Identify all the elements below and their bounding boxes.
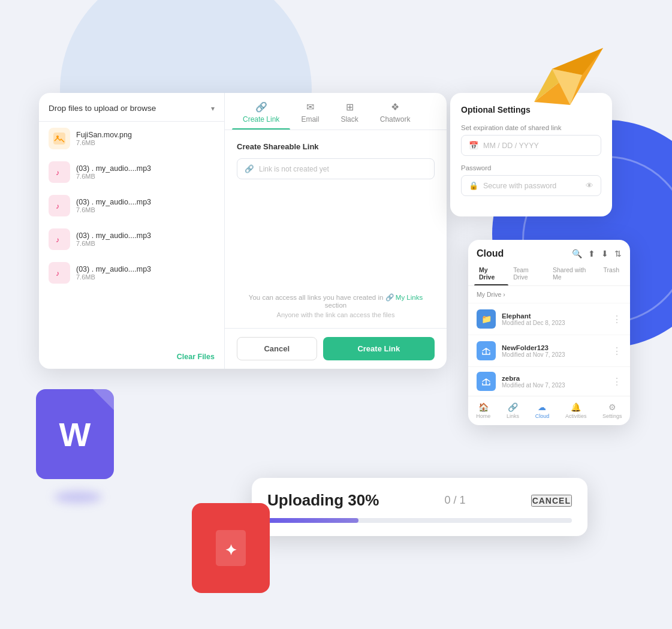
cancel-button[interactable]: Cancel <box>237 337 317 360</box>
shared-tab-label: Shared with Me <box>553 266 586 281</box>
file-icon-audio-2: ♪ <box>49 195 70 216</box>
file-size-2: 7.6MB <box>76 206 151 213</box>
drop-arrow-icon: ▾ <box>211 104 215 113</box>
pdf-doc-icon: ✦ <box>192 503 270 593</box>
tab-label-chatwork: Chatwork <box>380 115 411 124</box>
calendar-icon: 📅 <box>469 141 478 150</box>
file-name-0: FujiSan.mov.png <box>76 131 132 139</box>
cloud-nav-settings[interactable]: ⚙ Settings <box>602 402 622 419</box>
word-doc-icon: W <box>36 389 114 479</box>
cloud-file-name-elephant: Elephant <box>502 312 606 320</box>
file-item: ♪ (03) . my_audio....mp3 7.6MB <box>39 256 224 290</box>
more-options-zebra[interactable]: ⋮ <box>612 376 622 387</box>
clear-files-row: Clear Files <box>39 344 224 369</box>
my-links-link[interactable]: My Links <box>396 294 423 301</box>
access-info-text: Anyone with the link can access the file… <box>237 311 435 318</box>
share-tabs: 🔗 Create Link ✉ Email ⊞ Slack ❖ Chatwork <box>225 93 447 130</box>
progress-bar-background <box>267 518 572 523</box>
file-icon-audio-3: ♪ <box>49 228 70 250</box>
cloud-bottom-row: zebra Modified at Nov 7, 2023 ⋮ <box>468 366 630 396</box>
cloud-tab-trash[interactable]: Trash <box>599 264 624 285</box>
search-icon[interactable]: 🔍 <box>572 249 582 258</box>
tab-slack[interactable]: ⊞ Slack <box>330 93 369 130</box>
file-item: FujiSan.mov.png 7.6MB <box>39 122 224 155</box>
tab-chatwork[interactable]: ❖ Chatwork <box>369 93 421 130</box>
password-label: Password <box>461 164 601 171</box>
main-panel: Drop files to upload or browse ▾ FujiSan… <box>39 93 447 369</box>
cloud-tab-team-drive[interactable]: Team Drive <box>508 264 548 285</box>
upload-percent-label: Uploading 30% <box>267 491 379 510</box>
svg-text:♪: ♪ <box>56 202 59 210</box>
team-drive-tab-label: Team Drive <box>513 266 529 281</box>
expiration-label: Set expiration date of shared link <box>461 124 601 131</box>
cloud-file-info-zebra: zebra Modified at Nov 7, 2023 <box>502 375 606 389</box>
file-icon-audio-4: ♪ <box>49 262 70 284</box>
cloud-file-name-newfolder: NewFolder123 <box>502 344 606 351</box>
file-name-4: (03) . my_audio....mp3 <box>76 265 151 273</box>
svg-rect-10 <box>53 200 65 212</box>
paper-plane-icon <box>528 36 606 108</box>
info-text-prefix: You can access all links you have create… <box>249 294 384 301</box>
drop-header[interactable]: Drop files to upload or browse ▾ <box>39 93 224 122</box>
cloud-title: Cloud <box>477 248 504 259</box>
file-name-3: (03) . my_audio....mp3 <box>76 231 151 240</box>
file-item: ♪ (03) . my_audio....mp3 7.6MB <box>39 222 224 256</box>
cloud-tabs: My Drive Team Drive Shared with Me Trash <box>468 259 630 286</box>
password-placeholder: Secure with password <box>483 182 581 190</box>
link-placeholder-text: Link is not created yet <box>259 165 329 173</box>
trash-tab-label: Trash <box>604 266 619 273</box>
my-drive-tab-label: My Drive <box>479 266 495 281</box>
more-options-elephant[interactable]: ⋮ <box>612 314 622 325</box>
svg-text:✦: ✦ <box>225 542 237 558</box>
upload-icon[interactable]: ⬆ <box>588 249 595 258</box>
cloud-nav-bar: 🏠 Home 🔗 Links ☁ Cloud 🔔 Activities ⚙ Se… <box>468 396 630 425</box>
create-link-button[interactable]: Create Link <box>323 337 435 360</box>
eye-icon[interactable]: 👁 <box>586 181 593 190</box>
slack-icon: ⊞ <box>346 101 354 113</box>
tab-label-email: Email <box>301 115 319 124</box>
cloud-nav-activities[interactable]: 🔔 Activities <box>565 402 587 419</box>
tab-label-slack: Slack <box>340 115 358 124</box>
upload-progress-panel: Uploading 30% 0 / 1 CANCEL <box>252 478 587 536</box>
cloud-nav-cloud[interactable]: ☁ Cloud <box>535 402 550 419</box>
word-letter: W <box>59 415 91 454</box>
svg-rect-12 <box>53 233 65 245</box>
file-list-panel: Drop files to upload or browse ▾ FujiSan… <box>39 93 225 369</box>
cloud-icon: ☁ <box>538 402 546 412</box>
activities-label: Activities <box>565 413 587 419</box>
tab-create-link[interactable]: 🔗 Create Link <box>232 93 290 130</box>
link-input-box[interactable]: 🔗 Link is not created yet <box>237 158 435 179</box>
file-icon-audio-1: ♪ <box>49 161 70 183</box>
bell-icon: 🔔 <box>571 402 581 412</box>
settings-label: Settings <box>602 413 622 419</box>
file-size-4: 7.6MB <box>76 273 151 281</box>
expiration-input[interactable]: 📅 MM / DD / YYYY <box>461 135 601 156</box>
file-item: ♪ (03) . my_audio....mp3 7.6MB <box>39 155 224 189</box>
section-label: section <box>325 302 346 309</box>
sort-icon[interactable]: ⇅ <box>614 249 622 258</box>
tab-label-create-link: Create Link <box>243 115 279 124</box>
upload-count-label: 0 / 1 <box>444 494 465 507</box>
cloud-tab-shared[interactable]: Shared with Me <box>548 264 599 285</box>
file-size-0: 7.6MB <box>76 139 132 146</box>
settings-icon: ⚙ <box>608 402 616 412</box>
clear-files-button[interactable]: Clear Files <box>177 353 215 361</box>
progress-bar-fill <box>267 518 358 523</box>
lock-icon: 🔒 <box>469 181 478 190</box>
share-section-title: Create Shareable Link <box>237 142 435 151</box>
cloud-file-item-elephant: 📁 Elephant Modified at Dec 8, 2023 ⋮ <box>468 303 630 335</box>
cloud-file-name-zebra: zebra <box>502 375 606 382</box>
cloud-breadcrumb: My Drive › <box>468 286 630 303</box>
more-options-newfolder[interactable]: ⋮ <box>612 345 622 357</box>
download-icon[interactable]: ⬇ <box>601 249 608 258</box>
upload-cancel-button[interactable]: CANCEL <box>531 495 572 507</box>
password-input[interactable]: 🔒 Secure with password 👁 <box>461 175 601 196</box>
cloud-nav-home[interactable]: 🏠 Home <box>476 402 490 419</box>
cloud-label: Cloud <box>535 413 550 419</box>
cloud-tab-my-drive[interactable]: My Drive <box>474 264 508 285</box>
word-icon-shadow <box>54 491 102 503</box>
tab-email[interactable]: ✉ Email <box>290 93 330 130</box>
cloud-nav-links[interactable]: 🔗 Links <box>507 402 519 419</box>
home-label: Home <box>476 413 490 419</box>
svg-rect-14 <box>53 267 65 279</box>
